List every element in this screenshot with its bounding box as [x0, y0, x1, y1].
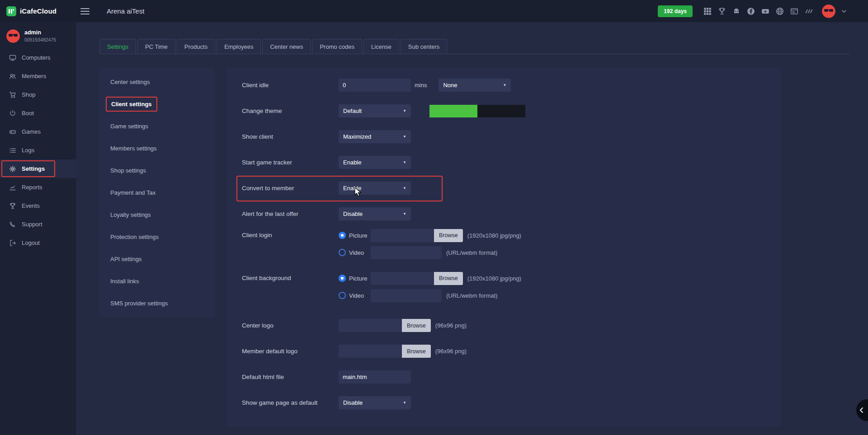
show-client-select[interactable]: Maximized ▼ [339, 130, 411, 143]
layers-icon[interactable] [805, 7, 813, 15]
user-avatar[interactable] [822, 5, 835, 18]
center-logo-input[interactable] [339, 319, 402, 332]
nav-install-links[interactable]: Install links [99, 270, 215, 292]
sidebar-user: admin 005193482475 [0, 22, 76, 48]
nav-shop-settings[interactable]: Shop settings [99, 159, 215, 182]
sidebar-item-logout[interactable]: Logout [0, 234, 76, 252]
tab-employees[interactable]: Employees [217, 39, 261, 54]
center-logo-browse-button[interactable]: Browse [402, 319, 431, 332]
format-hint: (1920x1080 jpg/png) [467, 275, 521, 282]
sidebar-item-games[interactable]: Games [0, 122, 76, 141]
nav-client-settings[interactable]: Client settings [99, 93, 215, 115]
default-html-file-input[interactable] [339, 370, 411, 384]
theme-preview [429, 105, 525, 117]
select-value: Maximized [343, 133, 371, 140]
tab-promo-codes[interactable]: Promo codes [312, 39, 362, 54]
client-login-row: Client login Picture Browse (1920x1080 j… [242, 227, 768, 261]
sidebar-item-settings[interactable]: Settings [0, 159, 76, 178]
field-label: Member default logo [242, 348, 339, 355]
tab-sub-centers[interactable]: Sub centers [401, 39, 447, 54]
tab-settings[interactable]: Settings [99, 39, 136, 54]
sidebar-item-logs[interactable]: Logs [0, 141, 76, 159]
nav-center-settings[interactable]: Center settings [99, 71, 215, 93]
select-value: Enable [343, 159, 361, 166]
member-default-logo-browse-button[interactable]: Browse [402, 345, 431, 358]
client-idle-action-select[interactable]: None ▼ [439, 79, 511, 92]
sidebar-item-label: Computers [22, 54, 51, 61]
format-hint: (96x96 png) [435, 322, 467, 329]
format-hint: (1920x1080 jpg/png) [467, 232, 521, 239]
sidebar-item-reports[interactable]: Reports [0, 178, 76, 196]
alert-last-offer-select[interactable]: Disable ▼ [339, 207, 411, 220]
sidebar-item-label: Members [22, 73, 46, 80]
nav-protection-settings[interactable]: Protection settings [99, 226, 215, 248]
kiosk-card-icon[interactable] [790, 7, 798, 15]
list-icon [9, 147, 16, 154]
unit-label: mins [415, 82, 427, 89]
sidebar-item-events[interactable]: Events [0, 196, 76, 215]
trophy-icon[interactable] [718, 7, 726, 15]
video-radio[interactable] [339, 249, 346, 256]
show-game-page-select[interactable]: Disable ▼ [339, 396, 411, 409]
apps-grid-icon[interactable] [703, 7, 712, 15]
change-theme-select[interactable]: Default ▼ [339, 104, 411, 117]
days-badge[interactable]: 192 days [658, 5, 693, 17]
hamburger-menu-icon[interactable] [80, 8, 90, 15]
tab-bar: Settings PC Time Products Employees Cent… [99, 39, 850, 54]
field-label: Client idle [242, 82, 339, 89]
tab-pc-time[interactable]: PC Time [137, 39, 175, 54]
client-login-picture-browse-button[interactable]: Browse [434, 229, 463, 242]
discord-icon[interactable] [732, 7, 741, 15]
radio-label: Video [349, 249, 371, 256]
nav-sms-provider-settings[interactable]: SMS provider settings [99, 292, 215, 314]
convert-to-member-row: Convert to member Enable ▼ [242, 175, 768, 201]
format-hint: (URL/webm format) [446, 249, 497, 256]
sidebar-item-label: Logout [22, 239, 40, 246]
sidebar-user-avatar[interactable] [6, 29, 20, 43]
select-value: None [443, 82, 457, 89]
picture-radio[interactable] [339, 232, 346, 239]
sidebar-item-boot[interactable]: Boot [0, 104, 76, 122]
settings-nav-panel: Center settings Client settings Game set… [99, 68, 215, 318]
monitor-icon [9, 54, 16, 61]
nav-api-settings[interactable]: API settings [99, 248, 215, 270]
chevron-down-icon[interactable] [842, 10, 846, 13]
youtube-icon[interactable] [761, 7, 769, 15]
client-login-video-input[interactable] [371, 246, 442, 259]
convert-to-member-select[interactable]: Enable ▼ [339, 182, 411, 195]
client-idle-input[interactable] [339, 79, 411, 92]
client-background-picture-subrow: Picture Browse (1920x1080 jpg/png) [339, 270, 521, 287]
sidebar-item-computers[interactable]: Computers [0, 48, 76, 67]
gamepad-icon [9, 128, 16, 136]
nav-payment-and-tax[interactable]: Payment and Tax [99, 182, 215, 204]
chevron-down-icon: ▼ [403, 135, 406, 139]
select-value: Disable [343, 210, 363, 217]
brand-logo[interactable]: iCafeCloud [0, 6, 76, 16]
client-background-picture-input[interactable] [371, 272, 434, 285]
tab-center-news[interactable]: Center news [262, 39, 311, 54]
start-game-tracker-select[interactable]: Enable ▼ [339, 156, 411, 169]
globe-icon[interactable] [776, 7, 784, 15]
client-login-picture-input[interactable] [371, 229, 434, 242]
picture-radio[interactable] [339, 275, 346, 282]
nav-members-settings[interactable]: Members settings [99, 137, 215, 159]
sidebar-item-label: Shop [22, 91, 35, 98]
center-logo-row: Center logo Browse (96x96 png) [242, 313, 768, 338]
alert-last-offer-row: Alert for the last offer Disable ▼ [242, 201, 768, 227]
video-radio[interactable] [339, 292, 346, 299]
sidebar-item-shop[interactable]: Shop [0, 85, 76, 104]
facebook-icon[interactable] [747, 7, 755, 15]
field-label: Convert to member [242, 185, 339, 192]
sidebar-item-members[interactable]: Members [0, 67, 76, 85]
tab-license[interactable]: License [363, 39, 399, 54]
client-settings-form: Client idle mins None ▼ Change theme Def… [226, 68, 781, 426]
client-background-picture-browse-button[interactable]: Browse [434, 272, 463, 285]
sidebar-item-support[interactable]: Support [0, 215, 76, 234]
chevron-down-icon: ▼ [403, 401, 406, 405]
member-default-logo-input[interactable] [339, 345, 402, 358]
tab-products[interactable]: Products [177, 39, 215, 54]
nav-loyalty-settings[interactable]: Loyalty settings [99, 204, 215, 226]
client-background-video-input[interactable] [371, 289, 442, 302]
change-theme-row: Change theme Default ▼ [242, 98, 768, 124]
nav-game-settings[interactable]: Game settings [99, 115, 215, 137]
